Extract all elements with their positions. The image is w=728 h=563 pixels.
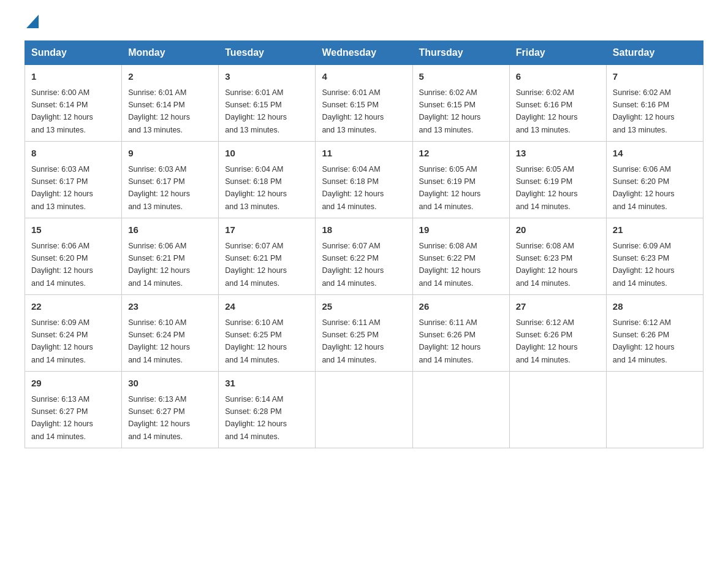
day-number: 30	[128, 377, 212, 391]
day-info: Sunrise: 6:08 AMSunset: 6:23 PMDaylight:…	[516, 242, 578, 288]
week-row-4: 22 Sunrise: 6:09 AMSunset: 6:24 PMDaylig…	[25, 295, 703, 372]
calendar-cell: 24 Sunrise: 6:10 AMSunset: 6:25 PMDaylig…	[219, 295, 316, 372]
day-info: Sunrise: 6:13 AMSunset: 6:27 PMDaylight:…	[31, 395, 93, 441]
calendar-cell: 23 Sunrise: 6:10 AMSunset: 6:24 PMDaylig…	[122, 295, 219, 372]
day-number: 27	[516, 300, 600, 314]
day-number: 22	[31, 300, 115, 314]
calendar-cell: 10 Sunrise: 6:04 AMSunset: 6:18 PMDaylig…	[219, 142, 316, 218]
calendar-cell: 8 Sunrise: 6:03 AMSunset: 6:17 PMDayligh…	[25, 142, 122, 218]
day-number: 25	[322, 300, 406, 314]
day-info: Sunrise: 6:01 AMSunset: 6:15 PMDaylight:…	[225, 88, 287, 134]
week-row-1: 1 Sunrise: 6:00 AMSunset: 6:14 PMDayligh…	[25, 65, 703, 142]
calendar-table: SundayMondayTuesdayWednesdayThursdayFrid…	[25, 40, 703, 448]
day-number: 5	[419, 70, 503, 84]
calendar-cell: 5 Sunrise: 6:02 AMSunset: 6:15 PMDayligh…	[412, 65, 509, 142]
calendar-cell: 28 Sunrise: 6:12 AMSunset: 6:26 PMDaylig…	[606, 295, 703, 372]
day-number: 23	[128, 300, 212, 314]
day-info: Sunrise: 6:02 AMSunset: 6:15 PMDaylight:…	[419, 88, 481, 134]
page-header	[25, 18, 703, 28]
day-info: Sunrise: 6:11 AMSunset: 6:25 PMDaylight:…	[322, 318, 384, 364]
day-info: Sunrise: 6:07 AMSunset: 6:22 PMDaylight:…	[322, 242, 384, 288]
calendar-cell: 17 Sunrise: 6:07 AMSunset: 6:21 PMDaylig…	[219, 218, 316, 295]
day-info: Sunrise: 6:03 AMSunset: 6:17 PMDaylight:…	[31, 165, 93, 211]
week-row-3: 15 Sunrise: 6:06 AMSunset: 6:20 PMDaylig…	[25, 218, 703, 295]
day-info: Sunrise: 6:08 AMSunset: 6:22 PMDaylight:…	[419, 242, 481, 288]
day-number: 18	[322, 223, 406, 237]
day-info: Sunrise: 6:02 AMSunset: 6:16 PMDaylight:…	[516, 88, 578, 134]
calendar-cell: 25 Sunrise: 6:11 AMSunset: 6:25 PMDaylig…	[316, 295, 412, 372]
day-number: 14	[613, 147, 697, 161]
day-number: 13	[516, 147, 600, 161]
calendar-cell	[509, 372, 606, 448]
day-number: 8	[31, 147, 115, 161]
calendar-cell: 14 Sunrise: 6:06 AMSunset: 6:20 PMDaylig…	[606, 142, 703, 218]
logo	[25, 18, 39, 28]
day-info: Sunrise: 6:09 AMSunset: 6:24 PMDaylight:…	[31, 318, 93, 364]
day-info: Sunrise: 6:03 AMSunset: 6:17 PMDaylight:…	[128, 165, 190, 211]
header-sunday: Sunday	[25, 41, 122, 65]
day-number: 29	[31, 377, 115, 391]
day-number: 2	[128, 70, 212, 84]
day-number: 31	[225, 377, 309, 391]
calendar-cell: 11 Sunrise: 6:04 AMSunset: 6:18 PMDaylig…	[316, 142, 412, 218]
calendar-cell: 6 Sunrise: 6:02 AMSunset: 6:16 PMDayligh…	[509, 65, 606, 142]
calendar-header-row: SundayMondayTuesdayWednesdayThursdayFrid…	[25, 41, 703, 65]
day-number: 19	[419, 223, 503, 237]
day-info: Sunrise: 6:07 AMSunset: 6:21 PMDaylight:…	[225, 242, 287, 288]
day-number: 21	[613, 223, 697, 237]
day-number: 3	[225, 70, 309, 84]
calendar-cell: 29 Sunrise: 6:13 AMSunset: 6:27 PMDaylig…	[25, 372, 122, 448]
day-number: 11	[322, 147, 406, 161]
calendar-cell: 2 Sunrise: 6:01 AMSunset: 6:14 PMDayligh…	[122, 65, 219, 142]
calendar-cell: 4 Sunrise: 6:01 AMSunset: 6:15 PMDayligh…	[316, 65, 412, 142]
calendar-cell: 22 Sunrise: 6:09 AMSunset: 6:24 PMDaylig…	[25, 295, 122, 372]
calendar-cell: 13 Sunrise: 6:05 AMSunset: 6:19 PMDaylig…	[509, 142, 606, 218]
calendar-cell: 30 Sunrise: 6:13 AMSunset: 6:27 PMDaylig…	[122, 372, 219, 448]
day-info: Sunrise: 6:06 AMSunset: 6:20 PMDaylight:…	[31, 242, 93, 288]
calendar-cell: 12 Sunrise: 6:05 AMSunset: 6:19 PMDaylig…	[412, 142, 509, 218]
logo-triangle-icon	[26, 15, 39, 28]
day-number: 6	[516, 70, 600, 84]
day-info: Sunrise: 6:05 AMSunset: 6:19 PMDaylight:…	[419, 165, 481, 211]
calendar-cell: 9 Sunrise: 6:03 AMSunset: 6:17 PMDayligh…	[122, 142, 219, 218]
day-number: 9	[128, 147, 212, 161]
calendar-cell: 19 Sunrise: 6:08 AMSunset: 6:22 PMDaylig…	[412, 218, 509, 295]
calendar-cell	[316, 372, 412, 448]
calendar-cell	[606, 372, 703, 448]
day-number: 26	[419, 300, 503, 314]
day-number: 4	[322, 70, 406, 84]
calendar-cell: 20 Sunrise: 6:08 AMSunset: 6:23 PMDaylig…	[509, 218, 606, 295]
day-info: Sunrise: 6:10 AMSunset: 6:24 PMDaylight:…	[128, 318, 190, 364]
day-info: Sunrise: 6:09 AMSunset: 6:23 PMDaylight:…	[613, 242, 675, 288]
day-info: Sunrise: 6:04 AMSunset: 6:18 PMDaylight:…	[322, 165, 384, 211]
day-info: Sunrise: 6:02 AMSunset: 6:16 PMDaylight:…	[613, 88, 675, 134]
day-info: Sunrise: 6:12 AMSunset: 6:26 PMDaylight:…	[613, 318, 675, 364]
day-info: Sunrise: 6:01 AMSunset: 6:15 PMDaylight:…	[322, 88, 384, 134]
day-number: 28	[613, 300, 697, 314]
header-friday: Friday	[509, 41, 606, 65]
header-tuesday: Tuesday	[219, 41, 316, 65]
day-number: 15	[31, 223, 115, 237]
day-number: 16	[128, 223, 212, 237]
calendar-cell: 31 Sunrise: 6:14 AMSunset: 6:28 PMDaylig…	[219, 372, 316, 448]
calendar-cell: 18 Sunrise: 6:07 AMSunset: 6:22 PMDaylig…	[316, 218, 412, 295]
day-info: Sunrise: 6:14 AMSunset: 6:28 PMDaylight:…	[225, 395, 287, 441]
day-info: Sunrise: 6:04 AMSunset: 6:18 PMDaylight:…	[225, 165, 287, 211]
calendar-cell: 27 Sunrise: 6:12 AMSunset: 6:26 PMDaylig…	[509, 295, 606, 372]
calendar-cell: 7 Sunrise: 6:02 AMSunset: 6:16 PMDayligh…	[606, 65, 703, 142]
day-number: 24	[225, 300, 309, 314]
day-info: Sunrise: 6:06 AMSunset: 6:20 PMDaylight:…	[613, 165, 675, 211]
header-wednesday: Wednesday	[316, 41, 412, 65]
calendar-cell: 26 Sunrise: 6:11 AMSunset: 6:26 PMDaylig…	[412, 295, 509, 372]
day-number: 17	[225, 223, 309, 237]
day-info: Sunrise: 6:11 AMSunset: 6:26 PMDaylight:…	[419, 318, 481, 364]
day-info: Sunrise: 6:06 AMSunset: 6:21 PMDaylight:…	[128, 242, 190, 288]
day-info: Sunrise: 6:10 AMSunset: 6:25 PMDaylight:…	[225, 318, 287, 364]
svg-marker-0	[26, 15, 39, 28]
header-thursday: Thursday	[412, 41, 509, 65]
calendar-cell: 1 Sunrise: 6:00 AMSunset: 6:14 PMDayligh…	[25, 65, 122, 142]
day-info: Sunrise: 6:05 AMSunset: 6:19 PMDaylight:…	[516, 165, 578, 211]
day-number: 1	[31, 70, 115, 84]
header-saturday: Saturday	[606, 41, 703, 65]
day-number: 20	[516, 223, 600, 237]
